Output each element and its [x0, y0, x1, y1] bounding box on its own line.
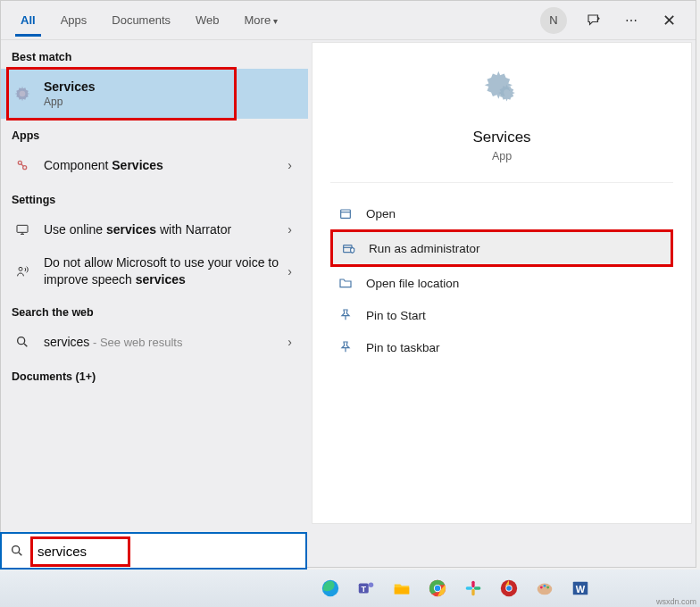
- result-web-search[interactable]: services - See web results ›: [1, 324, 308, 360]
- svg-rect-21: [471, 589, 474, 596]
- taskbar-chrome-canary-icon[interactable]: [493, 574, 525, 603]
- section-documents: Documents (1+): [1, 360, 308, 388]
- search-input[interactable]: [32, 540, 305, 562]
- search-bar-icon: [2, 544, 32, 558]
- svg-rect-15: [395, 587, 410, 594]
- action-pin-taskbar-label: Pin to taskbar: [366, 341, 440, 354]
- details-title: Services: [312, 129, 691, 146]
- result-best-match[interactable]: Services App: [1, 69, 308, 119]
- app-bold: Services: [112, 158, 163, 172]
- setting0-pre: Use online: [44, 222, 106, 237]
- search-icon: [12, 331, 33, 353]
- setting1-bold: services: [136, 272, 186, 287]
- app-prefix: Component: [44, 158, 112, 172]
- component-icon: [12, 154, 33, 176]
- taskbar-slack-icon[interactable]: [457, 574, 489, 603]
- svg-point-28: [544, 585, 546, 587]
- action-run-as-admin[interactable]: Run as administrator: [330, 229, 673, 267]
- svg-point-10: [12, 546, 20, 553]
- tab-apps[interactable]: Apps: [48, 4, 100, 36]
- best-match-title: Services: [44, 79, 96, 94]
- action-pin-to-taskbar[interactable]: Pin to taskbar: [330, 331, 673, 363]
- watermark: wsxdn.com: [656, 597, 696, 606]
- web-term: services: [44, 335, 89, 349]
- action-open-file-location[interactable]: Open file location: [330, 267, 673, 299]
- windows-search-panel: All Apps Documents Web More N ⋯ ✕ Best m…: [0, 0, 696, 568]
- details-subtitle: App: [312, 150, 691, 162]
- action-run-admin-label: Run as administrator: [369, 242, 480, 255]
- taskbar-edge-icon[interactable]: [314, 574, 346, 603]
- action-open-label: Open: [366, 207, 396, 220]
- person-voice-icon: [12, 261, 33, 282]
- taskbar-chrome-icon[interactable]: [421, 574, 454, 603]
- pin-start-icon: [338, 307, 354, 323]
- close-icon[interactable]: ✕: [658, 10, 679, 31]
- svg-text:W: W: [576, 584, 586, 595]
- svg-rect-22: [474, 586, 481, 589]
- feedback-icon[interactable]: [583, 10, 604, 31]
- svg-rect-8: [341, 210, 351, 218]
- svg-point-5: [18, 337, 25, 344]
- setting0-suf: with Narrator: [156, 222, 231, 237]
- svg-point-18: [435, 586, 440, 591]
- svg-point-27: [540, 586, 543, 589]
- open-icon: [338, 205, 354, 221]
- user-avatar[interactable]: N: [540, 7, 567, 34]
- result-setting-speech[interactable]: Do not allow Microsoft to use your voice…: [1, 247, 308, 295]
- action-pin-start-label: Pin to Start: [366, 309, 426, 322]
- more-options-icon[interactable]: ⋯: [621, 10, 642, 31]
- chevron-right-icon[interactable]: ›: [282, 335, 297, 349]
- section-apps: Apps: [1, 119, 308, 147]
- setting0-bold: services: [106, 222, 156, 237]
- best-match-subtitle: App: [44, 96, 297, 108]
- taskbar-word-icon[interactable]: W: [564, 574, 596, 603]
- action-pin-to-start[interactable]: Pin to Start: [330, 299, 673, 331]
- svg-point-14: [369, 583, 374, 588]
- services-gear-large-icon: [312, 68, 691, 116]
- folder-icon: [338, 275, 354, 291]
- svg-point-29: [546, 586, 549, 589]
- results-column: Best match Services App Apps Component S…: [1, 40, 308, 528]
- svg-text:T: T: [361, 585, 366, 594]
- web-hint: - See web results: [89, 336, 182, 349]
- admin-shield-icon: [340, 240, 356, 256]
- result-setting-narrator[interactable]: Use online services with Narrator ›: [1, 212, 308, 247]
- svg-rect-19: [471, 581, 474, 588]
- search-bar: [0, 532, 307, 570]
- tab-more[interactable]: More: [232, 4, 290, 36]
- svg-rect-3: [17, 225, 28, 232]
- action-open[interactable]: Open: [330, 197, 673, 229]
- chevron-right-icon[interactable]: ›: [282, 158, 297, 172]
- taskbar-teams-icon[interactable]: T: [350, 574, 382, 603]
- details-pane: Services App Open Run as administrator: [312, 42, 692, 524]
- chevron-right-icon[interactable]: ›: [282, 222, 297, 237]
- taskbar-explorer-icon[interactable]: [386, 574, 418, 603]
- tab-documents[interactable]: Documents: [99, 4, 183, 36]
- pin-taskbar-icon: [338, 339, 354, 355]
- section-settings: Settings: [1, 183, 308, 212]
- tab-web[interactable]: Web: [183, 4, 232, 36]
- svg-rect-20: [466, 586, 473, 589]
- svg-point-4: [19, 267, 22, 270]
- chevron-right-icon[interactable]: ›: [282, 264, 297, 279]
- section-search-web: Search the web: [1, 295, 308, 324]
- tab-all[interactable]: All: [8, 4, 48, 36]
- taskbar: T W: [0, 570, 700, 607]
- taskbar-paint-icon[interactable]: [529, 574, 561, 603]
- services-gear-icon: [12, 83, 33, 104]
- svg-point-25: [506, 586, 512, 591]
- action-open-loc-label: Open file location: [366, 277, 459, 290]
- section-best-match: Best match: [1, 40, 308, 69]
- search-tabs: All Apps Documents Web More N ⋯ ✕: [1, 1, 696, 40]
- result-app-component-services[interactable]: Component Services ›: [1, 147, 308, 183]
- monitor-icon: [12, 219, 33, 240]
